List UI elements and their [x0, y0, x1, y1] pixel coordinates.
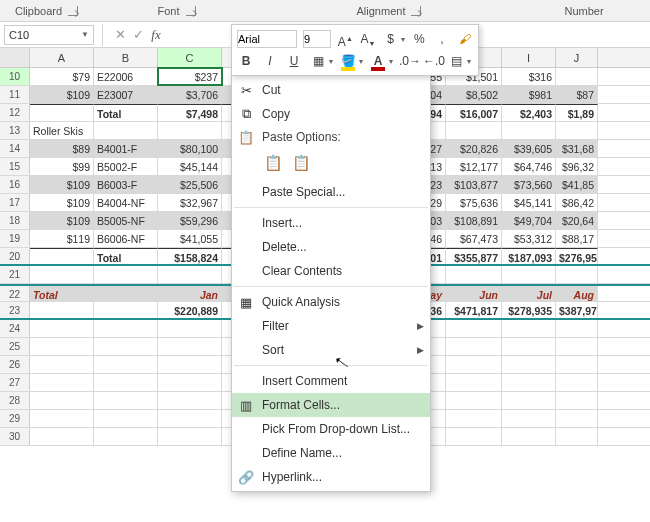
cell[interactable] [502, 428, 556, 445]
cell[interactable]: $119 [30, 230, 94, 247]
cell[interactable] [502, 374, 556, 391]
cell[interactable] [158, 122, 222, 139]
decrease-font-icon[interactable]: A▼ [360, 30, 377, 48]
name-box[interactable]: C10 ▼ [4, 25, 94, 45]
cell[interactable]: $45,141 [502, 194, 556, 211]
menu-copy[interactable]: ⧉Copy [232, 102, 430, 126]
cell[interactable]: $278,935 [502, 302, 556, 318]
cell[interactable] [94, 320, 158, 337]
cell[interactable] [446, 374, 502, 391]
cell[interactable]: $12,177 [446, 158, 502, 175]
cell[interactable] [94, 410, 158, 427]
italic-button[interactable]: I [261, 52, 279, 70]
comma-format-button[interactable]: , [434, 30, 451, 48]
cell[interactable]: B5005-NF [94, 212, 158, 229]
menu-paste-special[interactable]: Paste Special... [232, 180, 430, 204]
cell[interactable]: $8,502 [446, 86, 502, 103]
cell[interactable] [30, 392, 94, 409]
cell[interactable]: $237 [158, 68, 222, 85]
cell[interactable]: B4004-NF [94, 194, 158, 211]
cell[interactable]: $109 [30, 194, 94, 211]
format-painter-icon[interactable]: 🖌 [456, 30, 473, 48]
fx-icon[interactable]: fx [147, 27, 165, 43]
cell[interactable] [94, 338, 158, 355]
col-header-C[interactable]: C [158, 48, 222, 67]
cell[interactable]: B4001-F [94, 140, 158, 157]
cell[interactable]: $276,95 [556, 248, 598, 264]
cell[interactable]: Total [94, 104, 158, 121]
menu-quick-analysis[interactable]: ▦Quick Analysis [232, 290, 430, 314]
select-all-cell[interactable] [0, 48, 30, 67]
cell[interactable] [158, 356, 222, 373]
row-header[interactable]: 20 [0, 248, 30, 264]
cell[interactable] [158, 392, 222, 409]
menu-insert[interactable]: Insert... [232, 211, 430, 235]
cell[interactable] [446, 428, 502, 445]
row-header[interactable]: 19 [0, 230, 30, 247]
row-header[interactable]: 21 [0, 266, 30, 283]
cell[interactable]: Jul [502, 286, 556, 301]
cell[interactable]: Jun [446, 286, 502, 301]
row-header[interactable]: 29 [0, 410, 30, 427]
row-header[interactable]: 10 [0, 68, 30, 85]
cell[interactable] [556, 266, 598, 283]
cell[interactable]: B6003-F [94, 176, 158, 193]
menu-sort[interactable]: Sort▶ [232, 338, 430, 362]
cell[interactable] [556, 356, 598, 373]
cell[interactable]: $109 [30, 212, 94, 229]
cell[interactable]: $108,891 [446, 212, 502, 229]
row-header[interactable]: 18 [0, 212, 30, 229]
cell[interactable] [94, 302, 158, 318]
row-header[interactable]: 28 [0, 392, 30, 409]
cell[interactable] [30, 338, 94, 355]
cell[interactable]: $45,144 [158, 158, 222, 175]
row-header[interactable]: 26 [0, 356, 30, 373]
cell[interactable] [30, 266, 94, 283]
cell[interactable] [94, 266, 158, 283]
cell[interactable]: $355,877 [446, 248, 502, 264]
row-header[interactable]: 30 [0, 428, 30, 445]
cell[interactable] [446, 392, 502, 409]
cell[interactable]: $87 [556, 86, 598, 103]
cell[interactable]: Roller Skis [30, 122, 94, 139]
menu-format-cells[interactable]: ▥Format Cells... [232, 393, 430, 417]
cell[interactable] [30, 302, 94, 318]
cell[interactable]: $7,498 [158, 104, 222, 121]
cell[interactable] [446, 266, 502, 283]
cell[interactable] [446, 356, 502, 373]
cell[interactable] [94, 392, 158, 409]
cell[interactable]: $1,89 [556, 104, 598, 121]
cell[interactable]: $41,055 [158, 230, 222, 247]
cell[interactable]: $32,967 [158, 194, 222, 211]
accounting-format-button[interactable]: $ [382, 30, 399, 48]
cell[interactable] [94, 122, 158, 139]
cell[interactable] [502, 320, 556, 337]
cell[interactable] [94, 428, 158, 445]
borders-icon[interactable]: ▦ [309, 52, 327, 70]
chevron-down-icon[interactable]: ▼ [81, 30, 89, 39]
cell[interactable] [502, 356, 556, 373]
cell[interactable]: $67,473 [446, 230, 502, 247]
cell[interactable] [556, 410, 598, 427]
cell[interactable]: B5002-F [94, 158, 158, 175]
font-name-select[interactable] [237, 30, 297, 48]
cell[interactable] [30, 428, 94, 445]
cell[interactable]: $41,85 [556, 176, 598, 193]
cell[interactable] [30, 356, 94, 373]
cell[interactable]: $64,746 [502, 158, 556, 175]
cell[interactable] [30, 248, 94, 264]
row-header[interactable]: 24 [0, 320, 30, 337]
cell[interactable] [556, 374, 598, 391]
font-size-select[interactable] [303, 30, 331, 48]
cell[interactable]: E23007 [94, 86, 158, 103]
cell[interactable]: $158,824 [158, 248, 222, 264]
cell[interactable] [502, 410, 556, 427]
cell[interactable]: $89 [30, 140, 94, 157]
row-header[interactable]: 16 [0, 176, 30, 193]
menu-filter[interactable]: Filter▶ [232, 314, 430, 338]
row-header[interactable]: 11 [0, 86, 30, 103]
cell[interactable]: $20,826 [446, 140, 502, 157]
cell[interactable]: $49,704 [502, 212, 556, 229]
cell[interactable]: $96,32 [556, 158, 598, 175]
cell[interactable] [556, 68, 598, 85]
